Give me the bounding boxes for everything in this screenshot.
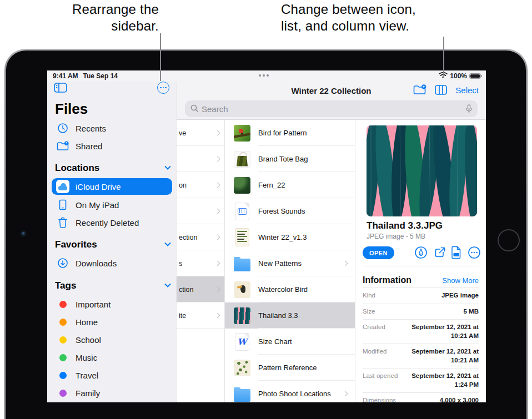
tag-dot-icon — [59, 390, 67, 397]
chevron-right-icon — [343, 261, 348, 266]
battery-percent: 100% — [450, 72, 467, 80]
home-button[interactable] — [498, 229, 520, 251]
image-thumbnail — [234, 177, 250, 194]
file-row-pattern-reference[interactable]: Pattern Reference — [225, 355, 355, 381]
callout-pointer-line — [443, 37, 444, 78]
sidebar-section-tags[interactable]: Tags — [55, 279, 170, 292]
select-button[interactable]: Select — [455, 85, 479, 95]
open-button[interactable]: OPEN — [363, 246, 394, 259]
browser-row[interactable] — [177, 198, 224, 224]
file-row-forest-sounds[interactable]: Forest Sounds — [225, 198, 355, 224]
sidebar-item-label: Shared — [76, 142, 102, 151]
markup-icon[interactable] — [414, 246, 428, 259]
sidebar-item-recents[interactable]: Recents — [52, 120, 172, 137]
file-row-brand-tote-bag[interactable]: Brand Tote Bag — [225, 146, 355, 172]
sidebar-item-tag-home[interactable]: Home — [52, 314, 172, 330]
callout-pointer-line — [160, 33, 161, 81]
preview-image — [367, 125, 477, 216]
chevron-right-icon — [215, 235, 220, 240]
sidebar-item-icloud-drive[interactable]: iCloud Drive — [52, 178, 172, 195]
image-thumbnail — [234, 151, 250, 168]
file-row-photo-shoot-locations[interactable]: Photo Shoot Locations — [225, 381, 355, 402]
search-input[interactable]: Search — [185, 100, 478, 117]
new-folder-icon[interactable] — [413, 84, 426, 95]
sidebar-item-shared[interactable]: Shared — [52, 138, 172, 154]
clock-icon — [56, 123, 69, 134]
callout-change-view: Change between icon, list, and column vi… — [281, 1, 459, 34]
browser-row[interactable]: ection — [177, 224, 224, 250]
browser-row-selected[interactable]: ction — [177, 276, 224, 302]
multitask-handle-icon[interactable] — [259, 74, 269, 77]
section-title: Tags — [55, 280, 76, 291]
sidebar-more-button[interactable] — [157, 82, 169, 94]
preview-pane: Thailand 3.3.JPG JPEG image - 5 MB OPEN … — [355, 120, 486, 402]
download-circle-icon — [56, 258, 69, 269]
sidebar-item-label: Downloads — [76, 259, 117, 268]
image-thumbnail — [234, 281, 250, 298]
info-row-modified: Modified September 12, 2021 at 10:21 AM — [363, 344, 479, 368]
sidebar-toggle-icon[interactable] — [54, 82, 67, 95]
share-icon[interactable] — [433, 246, 446, 259]
search-icon — [190, 104, 198, 114]
content-area: Winter 22 Collection Select Search ve on — [177, 82, 486, 402]
info-row-kind: Kind JPEG image — [363, 287, 479, 304]
image-thumbnail — [234, 125, 250, 142]
sidebar-item-tag-school[interactable]: School — [52, 331, 172, 348]
chevron-right-icon — [215, 130, 220, 136]
browser-row[interactable]: s — [177, 250, 224, 276]
sidebar-item-tag-music[interactable]: Music — [52, 349, 172, 366]
sidebar-section-favorites[interactable]: Favorites — [55, 238, 170, 251]
tag-dot-icon — [59, 319, 67, 326]
show-more-button[interactable]: Show More — [442, 276, 479, 285]
sidebar-item-tag-travel[interactable]: Travel — [52, 367, 172, 383]
sidebar-item-label: School — [76, 335, 101, 345]
preview-filename: Thailand 3.3.JPG — [367, 220, 443, 231]
trash-icon — [56, 217, 69, 228]
section-title: Locations — [55, 163, 99, 174]
battery-icon — [469, 73, 481, 79]
file-row-watercolor-bird[interactable]: Watercolor Bird — [225, 276, 355, 302]
file-list-column: Bird for Pattern Brand Tote Bag Fern_22 … — [225, 120, 355, 402]
sidebar-item-tag-important[interactable]: Important — [52, 296, 172, 312]
sidebar-item-on-my-ipad[interactable]: On My iPad — [52, 196, 172, 213]
file-row-thailand-33[interactable]: Thailand 3.3 — [225, 302, 355, 329]
chevron-right-icon — [343, 391, 348, 397]
section-title: Favorites — [55, 239, 97, 250]
browser-row[interactable] — [177, 146, 224, 172]
browser-row[interactable]: ve — [177, 120, 224, 146]
information-table: Kind JPEG image Size 5 MB Created Septem… — [363, 287, 479, 402]
pdf-document-icon[interactable] — [450, 246, 463, 259]
file-row-new-patterns[interactable]: New Patterns — [225, 250, 355, 276]
sidebar-item-tag-family[interactable]: Family — [52, 385, 172, 401]
sidebar-item-recently-deleted[interactable]: Recently Deleted — [52, 214, 172, 231]
callout-text-line: Change between icon, — [281, 1, 459, 18]
sidebar-item-label: iCloud Drive — [76, 182, 121, 191]
sidebar-item-label: Important — [76, 300, 111, 309]
chevron-right-icon — [215, 157, 220, 162]
browser-row[interactable]: ite — [177, 302, 224, 329]
callout-text-line: list, and column view. — [281, 18, 459, 34]
sidebar-item-label: Family — [76, 388, 100, 398]
sidebar-item-label: Home — [76, 317, 98, 327]
front-camera — [20, 230, 27, 237]
file-row-size-chart[interactable]: W Size Chart — [225, 329, 355, 355]
chevron-right-icon — [215, 287, 220, 292]
info-row-created: Created September 12, 2021 at 10:21 AM — [363, 319, 479, 344]
callout-text-line: sidebar. — [17, 18, 159, 34]
view-options-columns-icon[interactable] — [435, 85, 447, 95]
document-thumbnail — [235, 229, 249, 246]
word-document-icon: W — [235, 334, 249, 350]
file-row-winter-22-v13[interactable]: Winter 22_v1.3 — [225, 224, 355, 250]
more-actions-icon[interactable] — [468, 246, 481, 259]
dictation-mic-icon[interactable] — [466, 104, 472, 113]
file-row-fern-22[interactable]: Fern_22 — [225, 172, 355, 198]
sidebar-section-locations[interactable]: Locations — [55, 161, 170, 175]
info-row-last-opened: Last opened September 12, 2021 at 1:24 P… — [363, 368, 479, 392]
browser-column: ve on ection s ction ite — [177, 120, 225, 402]
chevron-down-icon — [164, 281, 170, 287]
sidebar-item-downloads[interactable]: Downloads — [52, 255, 172, 271]
information-title: Information — [363, 275, 411, 285]
file-row-bird-for-pattern[interactable]: Bird for Pattern — [225, 120, 355, 146]
browser-row[interactable]: on — [177, 172, 224, 198]
sidebar-item-label: Recents — [76, 124, 106, 133]
